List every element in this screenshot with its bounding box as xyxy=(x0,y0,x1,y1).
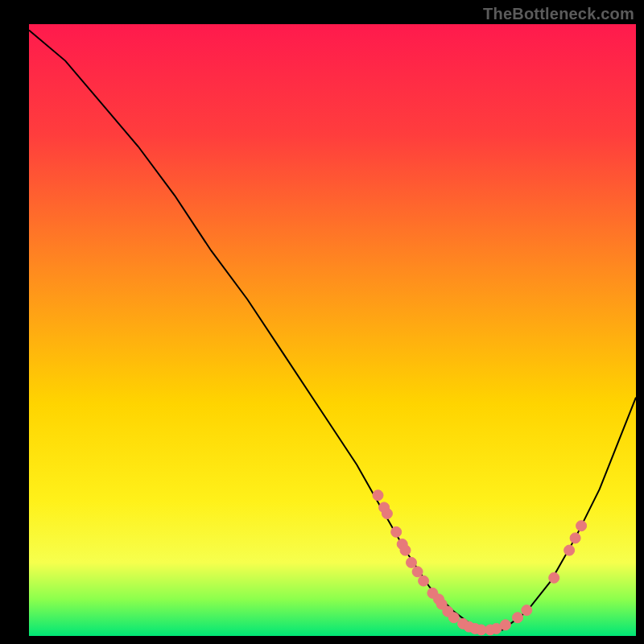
curve-marker xyxy=(513,613,523,623)
curve-marker xyxy=(407,557,417,568)
chart-container: TheBottleneck.com xyxy=(0,0,644,644)
curve-marker xyxy=(400,545,411,555)
curve-marker xyxy=(576,521,587,531)
chart-svg xyxy=(0,0,644,644)
curve-marker xyxy=(373,490,383,501)
curve-marker xyxy=(500,620,510,630)
curve-marker xyxy=(564,545,575,555)
watermark-text: TheBottleneck.com xyxy=(483,5,634,23)
curve-marker xyxy=(549,572,559,583)
curve-marker xyxy=(419,576,429,586)
curve-marker xyxy=(570,533,580,543)
plot-area xyxy=(29,24,636,636)
curve-marker xyxy=(522,605,532,616)
curve-marker xyxy=(412,567,423,577)
curve-marker xyxy=(448,613,459,623)
curve-marker xyxy=(391,526,402,537)
curve-marker xyxy=(382,509,392,519)
